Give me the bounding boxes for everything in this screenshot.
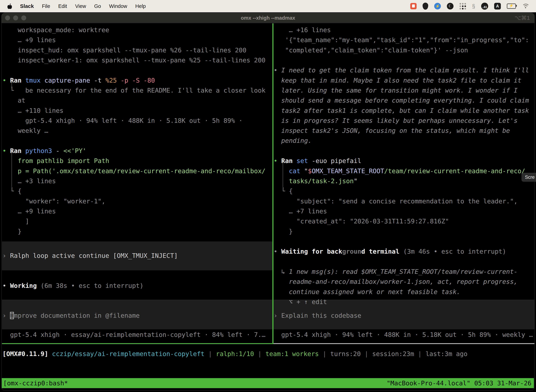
terminal-line: • Waiting for background terminal (3m 46… xyxy=(274,246,506,257)
terminal-line: continue assigned work or next feasible … xyxy=(274,287,460,297)
terminal-line: cat "$OMX_TEAM_STATE_ROOT/team/review-cu… xyxy=(274,166,525,176)
terminal-line: • I need to get the claim token from the… xyxy=(274,65,529,75)
terminal-line: gpt-5.4 xhigh · 94% left · 488K in · 5.1… xyxy=(274,330,533,340)
terminal-line: should send a message before completing … xyxy=(274,95,529,105)
tmux-host-clock: "MacBook-Pro-44.local" 05:03 31-Mar-26 xyxy=(387,379,534,387)
terminal-line: later. Using the same for transition mig… xyxy=(274,85,517,95)
terminal-line: readme-and-reco/mailbox/worker-1.json, a… xyxy=(274,277,517,287)
terminal-line: … +16 lines xyxy=(274,25,331,35)
terminal-line: "subject": "send a concise recommendatio… xyxy=(274,196,517,206)
right-terminal-pane[interactable]: … +16 lines '{"team_name":"my-team","tas… xyxy=(0,0,536,392)
terminal-line: '{"team_name":"my-team","task_id":"1","f… xyxy=(274,35,529,45)
terminal-line: ⌥ + ↑ edit xyxy=(274,297,327,307)
screenshot-floating-button[interactable]: Scre xyxy=(522,173,536,182)
terminal-line: pending. xyxy=(274,135,312,146)
terminal-line: • Ran set -euo pipefail xyxy=(274,156,361,166)
tmux-status-bar: [omx-cczip0:bash* "MacBook-Pro-44.local"… xyxy=(2,378,534,388)
terminal-line: keep that in mind. Maybe I also need the… xyxy=(274,75,522,85)
tmux-session-label: [omx-cczip0:bash* xyxy=(2,379,68,387)
omx-session-status-line: [OMX#0.11.9] cczip/essay/ai-reimplementa… xyxy=(2,349,467,359)
terminal-line: } xyxy=(274,226,293,236)
terminal-line: is in progress? It seems likely but perh… xyxy=(274,116,517,126)
terminal-line: … +7 lines xyxy=(274,206,327,216)
screenshot-floating-button-label: Scre xyxy=(525,175,535,180)
terminal-line: tasks/task-2.json" xyxy=(274,176,358,186)
terminal-line: ↳ 1 new msg(s): read $OMX_TEAM_STATE_ROO… xyxy=(274,267,517,277)
terminal-line: inspect task2's JSON, focusing on the st… xyxy=(274,126,510,135)
terminal-line: task2 after task1 is complete, but can I… xyxy=(274,106,529,116)
terminal-line: › Explain this codebase xyxy=(274,311,361,321)
terminal-line: "created_at": "2026-03-31T11:59:27.816Z" xyxy=(274,216,449,226)
screen: Slack File Edit View Go Window Help ⚡ ☾ … xyxy=(0,0,536,392)
terminal-line: "completed","claim_token":"claim-token"}… xyxy=(274,45,468,55)
terminal-line: └ { xyxy=(274,186,293,196)
